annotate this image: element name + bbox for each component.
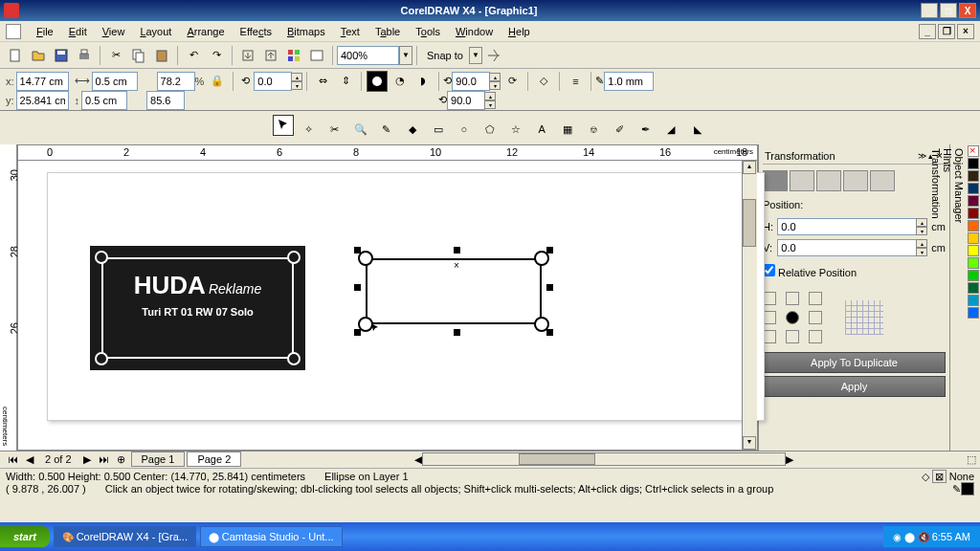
arc-button[interactable]: ◔ (390, 71, 411, 92)
polygon-tool[interactable]: ⬠ (479, 120, 501, 141)
menu-layout[interactable]: Layout (132, 26, 179, 37)
anchor-grid[interactable] (763, 292, 826, 343)
wrap-button[interactable]: ≡ (565, 71, 586, 92)
page2-tab[interactable]: Page 2 (187, 452, 241, 467)
ellipse-tool[interactable]: ○ (454, 119, 475, 140)
undo-button[interactable]: ↶ (183, 45, 204, 66)
eyedrop-tool[interactable]: ✐ (609, 120, 630, 141)
x-input[interactable] (16, 72, 69, 91)
menu-arrange[interactable]: Arrange (179, 26, 232, 37)
rect-tool[interactable]: ▭ (428, 120, 449, 141)
import-button[interactable] (237, 45, 258, 66)
h-input[interactable] (81, 91, 127, 110)
clockwise-icon[interactable]: ⟳ (501, 71, 523, 92)
options-button[interactable] (483, 45, 504, 66)
sx-input[interactable] (157, 72, 195, 91)
redo-button[interactable]: ↷ (206, 45, 227, 66)
h-pos-input[interactable] (777, 218, 917, 235)
menu-text[interactable]: Text (333, 26, 368, 37)
position-tab[interactable] (763, 170, 788, 191)
blend-tool[interactable]: ⎊ (583, 119, 604, 140)
rotate-tab[interactable] (790, 170, 814, 191)
pie-button[interactable] (367, 71, 388, 92)
y-input[interactable] (16, 91, 69, 110)
shapes-tool[interactable]: ☆ (505, 120, 526, 141)
menu-tools[interactable]: Tools (408, 26, 448, 37)
table-tool[interactable]: ▦ (557, 120, 578, 141)
mdi-minimize[interactable]: _ (919, 24, 936, 39)
size-tab[interactable] (843, 170, 868, 191)
vscrollbar[interactable]: ▴ ▾ (742, 161, 757, 450)
svg-point-15 (372, 77, 382, 86)
print-button[interactable] (74, 45, 95, 66)
close-button[interactable]: X (959, 3, 976, 18)
menu-table[interactable]: Table (368, 26, 408, 37)
save-button[interactable] (51, 45, 72, 66)
export-button[interactable] (260, 45, 281, 66)
prev-page[interactable]: ◀ (22, 453, 37, 466)
cut-button[interactable]: ✂ (105, 45, 126, 66)
smart-fill[interactable]: ◆ (402, 120, 423, 141)
docker-tabs[interactable]: Object Manager Hints Transformation (949, 144, 967, 451)
selected-object[interactable]: × (358, 251, 549, 332)
fill-tool[interactable]: ◢ (660, 120, 681, 141)
color-palette[interactable]: × (967, 144, 980, 451)
mirror-h[interactable]: ⇔ (312, 71, 333, 92)
business-card[interactable]: HUDA Reklame Turi RT 01 RW 07 Solo (90, 246, 305, 370)
first-page[interactable]: ⏮ (4, 453, 22, 465)
next-page[interactable]: ▶ (79, 453, 95, 466)
maximize-button[interactable]: □ (940, 3, 957, 18)
r2-input[interactable] (447, 91, 485, 110)
minimize-button[interactable]: _ (921, 3, 938, 18)
menu-view[interactable]: View (95, 26, 133, 37)
mirror-v[interactable]: ⇕ (335, 71, 356, 92)
arc2-button[interactable]: ◗ (412, 71, 434, 92)
crop-tool[interactable]: ✂ (324, 120, 345, 141)
lock-icon[interactable]: 🔒 (207, 71, 228, 92)
snap-label[interactable]: Snap to (427, 50, 463, 61)
menu-file[interactable]: File (29, 26, 61, 37)
w-input[interactable] (92, 72, 138, 91)
skew-tab[interactable] (870, 170, 895, 191)
add-page[interactable]: ⊕ (113, 453, 129, 466)
outline-input[interactable] (604, 72, 654, 91)
shape-tool[interactable]: ✧ (299, 120, 320, 141)
mdi-restore[interactable]: ❐ (938, 24, 955, 39)
rot-input[interactable] (254, 72, 292, 91)
outline-tool[interactable]: ✒ (635, 120, 656, 141)
open-button[interactable] (28, 45, 49, 66)
freehand-tool[interactable]: ✎ (376, 120, 397, 141)
page1-tab[interactable]: Page 1 (131, 452, 186, 467)
apply-duplicate-button[interactable]: Apply To Duplicate (763, 352, 946, 373)
menu-edit[interactable]: Edit (61, 26, 95, 37)
preview-grid (845, 300, 883, 335)
new-button[interactable] (5, 45, 26, 66)
svg-rect-14 (311, 51, 323, 60)
v-pos-input[interactable] (777, 239, 917, 256)
paste-button[interactable] (151, 45, 172, 66)
menu-help[interactable]: Help (501, 26, 538, 37)
welcome-button[interactable] (306, 45, 327, 66)
scale-tab[interactable] (816, 170, 841, 191)
copy-button[interactable] (128, 45, 149, 66)
titlebar: CorelDRAW X4 - [Graphic1] _ □ X (0, 0, 980, 21)
convert-button[interactable]: ◇ (533, 71, 554, 92)
menu-bitmaps[interactable]: Bitmaps (279, 26, 333, 37)
text-tool[interactable]: A (531, 119, 552, 140)
zoom-dropdown[interactable]: ▼ (337, 46, 412, 65)
interactive-fill[interactable]: ◣ (687, 120, 708, 141)
apply-button[interactable]: Apply (763, 376, 946, 397)
zoom-tool[interactable]: 🔍 (350, 120, 371, 141)
menu-effects[interactable]: Effects (233, 26, 279, 37)
hscrollbar[interactable]: ◀▶ (251, 452, 957, 466)
canvas[interactable]: 0 2 4 6 8 10 12 14 16 18 centimeters HUD… (17, 144, 758, 451)
status-dim: Width: 0.500 Height: 0.500 Center: (14.7… (6, 471, 305, 483)
zoom-input[interactable] (337, 46, 399, 65)
last-page[interactable]: ⏭ (95, 453, 113, 465)
sy-input[interactable] (146, 91, 185, 110)
r1-input[interactable] (452, 72, 490, 91)
menu-window[interactable]: Window (448, 26, 501, 37)
pick-tool[interactable] (273, 115, 294, 136)
mdi-close[interactable]: × (957, 24, 974, 39)
app-launcher[interactable] (283, 45, 304, 66)
